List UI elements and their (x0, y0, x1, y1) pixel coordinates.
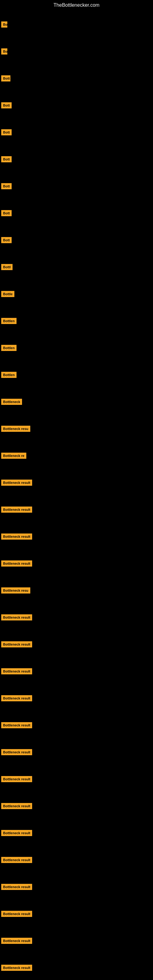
bottleneck-badge: Bott (1, 75, 10, 81)
bottleneck-badge: Bottl (1, 264, 13, 270)
bottleneck-badge: Bo (1, 21, 7, 27)
bottleneck-badge: Bottleneck result (1, 776, 32, 782)
bottleneck-badge: Bottleneck (1, 399, 22, 405)
bottleneck-badge: Bottleneck result (1, 533, 32, 539)
bottleneck-badge: Bottleneck result (1, 884, 32, 890)
bottleneck-badge: Bottleneck result (1, 695, 32, 701)
bottleneck-badge: Bottleneck result (1, 857, 32, 863)
bottleneck-badge: Bott (1, 183, 12, 189)
bottleneck-badge: Bottle (1, 291, 14, 297)
bottleneck-badge: Bottlen (1, 372, 16, 378)
bottleneck-badge: Bott (1, 237, 12, 243)
bottleneck-badge: Bottleneck result (1, 614, 32, 620)
bottleneck-badge: Bott (1, 156, 12, 162)
bottleneck-badge: Bottleneck result (1, 965, 32, 971)
bottleneck-badge: Bottleneck result (1, 641, 32, 648)
bottleneck-badge: Bott (1, 210, 12, 216)
bottleneck-badge: Bottleneck resu (1, 587, 30, 593)
bottleneck-badge: Bottleneck resu (1, 426, 30, 432)
bottleneck-badge: Bottleneck result (1, 668, 32, 675)
bottleneck-badge: Bott (1, 129, 12, 135)
bottleneck-badge: Bottleneck result (1, 938, 32, 944)
bottleneck-badge: Bottlen (1, 318, 16, 324)
bottleneck-badge: Bottleneck result (1, 911, 32, 917)
bottleneck-badge: Bottleneck result (1, 480, 32, 486)
bottleneck-badge: Bo (1, 48, 7, 54)
bottleneck-badge: Bottlen (1, 345, 16, 351)
bottleneck-badge: Bottleneck result (1, 749, 32, 755)
bottleneck-badge: Bottleneck result (1, 722, 32, 728)
site-title: TheBottlenecker.com (0, 0, 153, 9)
bottleneck-badge: Bott (1, 102, 12, 108)
bottleneck-badge: Bottleneck re (1, 453, 26, 459)
bottleneck-badge: Bottleneck result (1, 803, 32, 809)
bottleneck-badge: Bottleneck result (1, 560, 32, 566)
bottleneck-badge: Bottleneck result (1, 830, 32, 836)
bottleneck-badge: Bottleneck result (1, 506, 32, 513)
